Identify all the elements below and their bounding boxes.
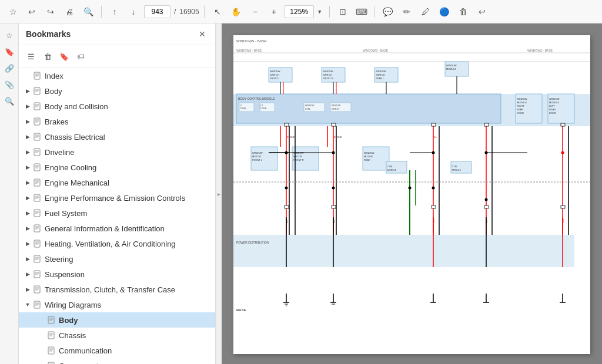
delete-btn[interactable]: 🗑 (455, 4, 471, 20)
panel-btn-5[interactable]: 🔍 (2, 94, 16, 108)
svg-rect-68 (48, 332, 54, 339)
stamp-btn[interactable]: 🔵 (436, 4, 453, 20)
svg-text:BASE: BASE (236, 308, 246, 312)
svg-point-175 (332, 187, 335, 190)
divider-3 (329, 6, 330, 18)
bookmark-item-fuel-system[interactable]: ▶Fuel System (19, 205, 215, 221)
panel-btn-2[interactable]: 🔖 (2, 45, 16, 59)
bookmark-item-index[interactable]: Index (19, 68, 215, 83)
page-up-btn[interactable]: ↑ (106, 4, 123, 20)
expand-btn-brakes[interactable]: ▶ (24, 117, 32, 126)
bookmark-item-wiring-diagrams[interactable]: ▼Wiring Diagrams (19, 297, 215, 312)
expand-btn-fuel-system[interactable]: ▶ (24, 209, 32, 217)
bookmark-item-wd-chassis[interactable]: Chassis (19, 328, 215, 343)
svg-text:GND: GND (337, 136, 342, 139)
expand-btn-driveline[interactable]: ▶ (24, 148, 32, 156)
expand-btn-engine-mechanical[interactable]: ▶ (24, 178, 32, 187)
svg-text:DOOR: DOOR (517, 112, 524, 114)
page-number-input[interactable] (144, 5, 170, 18)
bookmark-item-general-info[interactable]: ▶General Information & Identification (19, 221, 215, 236)
svg-text:POWER DISTRIBUTION: POWER DISTRIBUTION (236, 241, 269, 244)
bookmark-label-wd-chassis: Chassis (59, 331, 210, 340)
forward-btn[interactable]: ↪ (42, 4, 59, 20)
svg-text:WINDOW: WINDOW (517, 97, 527, 100)
bookmark-item-engine-mechanical[interactable]: ▶Engine Mechanical (19, 175, 215, 190)
expand-btn-chassis-electrical[interactable]: ▶ (24, 133, 32, 141)
svg-text:SWITCH: SWITCH (270, 73, 279, 76)
expand-btn-engine-performance[interactable]: ▶ (24, 194, 32, 202)
svg-text:WINDOWS - BASE: WINDOWS - BASE (236, 39, 267, 43)
bookmark-item-engine-cooling[interactable]: ▶Engine Cooling (19, 160, 215, 175)
bookmark-item-wd-communication[interactable]: Communication (19, 343, 215, 358)
highlight-btn[interactable]: 🖊 (417, 4, 434, 20)
svg-point-179 (561, 151, 564, 154)
back-btn[interactable]: ↩ (24, 4, 40, 20)
pdf-viewer[interactable]: WINDOWS - BASE WINDOWS - BASE WINDOWS - … (222, 23, 602, 364)
bookmark-toggle-btn[interactable]: ☆ (5, 4, 21, 20)
bookmark-icon-wd-chassis (46, 331, 56, 340)
svg-point-174 (285, 187, 288, 190)
bookmark-item-steering[interactable]: ▶Steering (19, 251, 215, 267)
print-btn[interactable]: 🖨 (61, 4, 78, 20)
zoom-input[interactable] (285, 5, 314, 18)
svg-text:WINDOW: WINDOW (305, 105, 315, 107)
expand-btn-engine-cooling[interactable]: ▶ (24, 163, 32, 171)
expand-btn-hvac[interactable]: ▶ (24, 240, 32, 248)
svg-text:MOTOR: MOTOR (364, 155, 373, 158)
divider-2 (204, 6, 205, 18)
bookmark-item-body-collision[interactable]: ▶Body and Collision (19, 99, 215, 114)
svg-rect-56 (34, 286, 40, 293)
sidebar-delete-btn[interactable]: 🗑 (40, 49, 55, 64)
svg-rect-8 (34, 103, 40, 110)
bookmark-item-wd-body[interactable]: Body (19, 312, 215, 328)
svg-rect-48 (34, 255, 40, 262)
panel-btn-3[interactable]: 🔗 (2, 61, 16, 75)
fit-page-btn[interactable]: ⊡ (335, 4, 351, 20)
svg-text:SWITCH: SWITCH (323, 73, 332, 76)
expand-btn-body-collision[interactable]: ▶ (24, 102, 32, 110)
bookmark-item-wd-components[interactable]: Components (19, 358, 215, 364)
page-down-btn[interactable]: ↓ (125, 4, 142, 20)
bookmark-label-driveline: Driveline (45, 148, 210, 157)
sidebar-collapse-handle[interactable]: ▸ (216, 23, 222, 364)
zoom-dropdown-btn[interactable]: ▼ (315, 4, 325, 20)
undo-btn[interactable]: ↩ (474, 4, 490, 20)
bookmark-item-suspension[interactable]: ▶Suspension (19, 267, 215, 282)
sidebar-scroll[interactable]: Index▶Body▶Body and Collision▶Brakes▶Cha… (19, 68, 215, 364)
keyboard-btn[interactable]: ⌨ (353, 4, 370, 20)
bookmark-item-engine-performance[interactable]: ▶Engine Performance & Emission Controls (19, 190, 215, 205)
expand-btn-suspension[interactable]: ▶ (24, 270, 32, 278)
bookmark-item-hvac[interactable]: ▶Heating, Ventilation, & Air Conditionin… (19, 236, 215, 251)
expand-btn-steering[interactable]: ▶ (24, 255, 32, 263)
sidebar-bookmark-btn[interactable]: 🔖 (56, 49, 72, 64)
bookmark-icon-body (32, 86, 42, 96)
bookmark-item-chassis-electrical[interactable]: ▶Chassis Electrical (19, 129, 215, 144)
bookmark-item-transmission[interactable]: ▶Transmission, Clutch, & Transfer Case (19, 282, 215, 297)
search-btn[interactable]: 🔍 (80, 4, 96, 20)
svg-text:WINDOW: WINDOW (446, 64, 457, 67)
bookmark-item-brakes[interactable]: ▶Brakes (19, 114, 215, 129)
expand-btn-general-info[interactable]: ▶ (24, 224, 32, 232)
svg-rect-60 (34, 301, 40, 308)
panel-btn-4[interactable]: 📎 (2, 77, 16, 92)
bookmark-item-body[interactable]: ▶Body (19, 83, 215, 99)
sidebar-close-btn[interactable]: ✕ (196, 28, 208, 40)
cursor-btn[interactable]: ↖ (209, 4, 226, 20)
expand-btn-body[interactable]: ▶ (24, 87, 32, 95)
bookmark-icon-suspension (32, 269, 42, 279)
bookmark-icon-chassis-electrical (32, 132, 42, 141)
svg-text:BLK: BLK (486, 219, 488, 223)
expand-btn-wiring-diagrams[interactable]: ▼ (24, 301, 32, 309)
comment-btn[interactable]: 💬 (380, 4, 396, 20)
draw-btn[interactable]: ✏ (399, 4, 415, 20)
svg-rect-20 (34, 149, 40, 156)
pan-btn[interactable]: ✋ (228, 4, 245, 20)
bookmark-item-driveline[interactable]: ▶Driveline (19, 144, 215, 160)
zoom-out-btn[interactable]: − (247, 4, 263, 20)
panel-btn-1[interactable]: ☆ (2, 28, 16, 42)
expand-btn-transmission[interactable]: ▶ (24, 285, 32, 294)
sidebar-tag-btn[interactable]: 🏷 (73, 49, 88, 64)
sidebar-list-btn[interactable]: ☰ (24, 49, 39, 64)
zoom-in-btn[interactable]: + (266, 4, 282, 20)
svg-rect-226 (432, 205, 436, 208)
